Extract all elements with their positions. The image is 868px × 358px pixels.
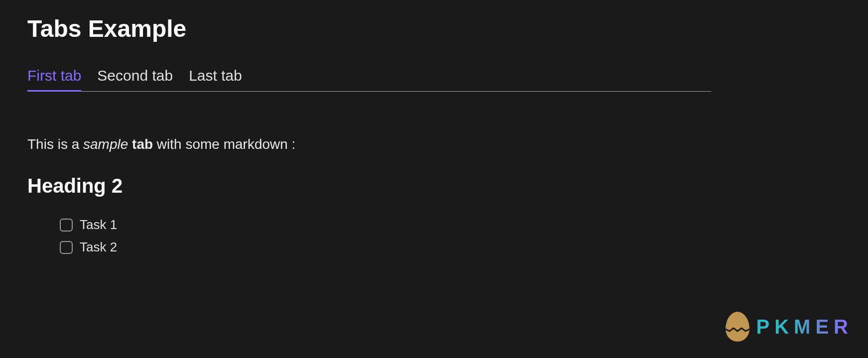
intro-space xyxy=(128,136,132,152)
tab-last[interactable]: Last tab xyxy=(189,67,242,92)
task-label: Task 2 xyxy=(80,239,117,255)
tab-content: This is a sample tab with some markdown … xyxy=(27,136,841,255)
tab-first[interactable]: First tab xyxy=(27,67,81,92)
task-label: Task 1 xyxy=(80,217,117,233)
intro-prefix: This is a xyxy=(27,136,83,152)
tab-second[interactable]: Second tab xyxy=(97,67,173,92)
task-item: Task 2 xyxy=(60,239,841,255)
checkbox-icon[interactable] xyxy=(60,219,73,232)
intro-bold: tab xyxy=(132,136,153,152)
tabs-row: First tab Second tab Last tab xyxy=(27,67,711,92)
task-item: Task 1 xyxy=(60,217,841,233)
task-list: Task 1 Task 2 xyxy=(27,217,841,255)
intro-text: This is a sample tab with some markdown … xyxy=(27,136,841,152)
egg-icon xyxy=(724,310,751,343)
checkbox-icon[interactable] xyxy=(60,241,73,254)
page-title: Tabs Example xyxy=(27,15,841,42)
intro-suffix: with some markdown : xyxy=(153,136,295,152)
watermark: PKMER xyxy=(724,310,853,343)
brand-text: PKMER xyxy=(756,316,853,338)
heading-2: Heading 2 xyxy=(27,175,841,197)
intro-italic: sample xyxy=(83,136,128,152)
